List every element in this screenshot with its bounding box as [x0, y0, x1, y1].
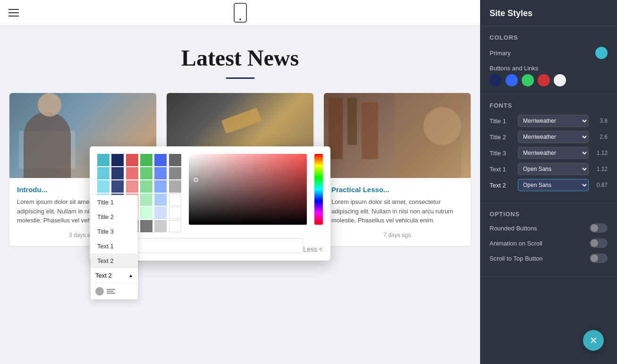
swatch-30[interactable]: [169, 207, 181, 219]
font-text2-select[interactable]: Open Sans: [518, 179, 589, 191]
btn-color-4[interactable]: [538, 74, 550, 86]
card-3-image: [324, 93, 471, 178]
font-list-active-label: Text 2: [95, 272, 112, 279]
swatch-24[interactable]: [169, 194, 181, 206]
font-list-text1[interactable]: Text 1: [91, 239, 138, 254]
gradient-box[interactable]: [189, 154, 307, 225]
spectrum-bar[interactable]: [314, 154, 323, 225]
font-title3-select[interactable]: Merriweather: [518, 147, 589, 159]
animation-scroll-label: Animation on Scroll: [490, 240, 542, 247]
font-text1-label: Text 1: [490, 166, 514, 173]
scroll-top-label: Scroll to Top Button: [490, 255, 543, 262]
btn-link-colors: [490, 74, 608, 86]
right-panel: Site Styles Colors Primary Buttons and L…: [480, 0, 617, 364]
swatch-1[interactable]: [97, 154, 110, 166]
colors-section-label: Colors: [490, 34, 608, 41]
option-rounded-buttons: Rounded Buttons: [490, 223, 608, 233]
fonts-section-label: Fonts: [490, 102, 608, 109]
swatch-23[interactable]: [154, 194, 167, 206]
align-icon[interactable]: [107, 289, 115, 294]
card-3-date: 7 days ago: [331, 232, 463, 238]
swatch-5[interactable]: [154, 154, 167, 166]
rounded-buttons-toggle[interactable]: [590, 223, 608, 233]
font-title2-select[interactable]: Merriweather: [518, 131, 589, 143]
font-title3-label: Title 3: [490, 150, 514, 157]
card-3-text: Lorem ipsum dolor sit amet, consectetur …: [331, 197, 463, 225]
btn-color-3[interactable]: [522, 74, 534, 86]
mobile-preview-icon[interactable]: [234, 3, 247, 23]
font-list-title3[interactable]: Title 3: [91, 224, 138, 239]
swatch-13[interactable]: [97, 180, 110, 193]
close-fab-button[interactable]: ✕: [583, 330, 604, 351]
top-bar: [0, 0, 480, 26]
font-text1-size: 1.12: [592, 166, 608, 172]
btn-color-1[interactable]: [490, 74, 502, 86]
option-animation-scroll: Animation on Scroll: [490, 238, 608, 248]
font-list-title2[interactable]: Title 2: [91, 210, 138, 224]
color-dot[interactable]: [95, 287, 104, 296]
swatch-8[interactable]: [111, 167, 124, 179]
buttons-links-label-row: Buttons and Links: [490, 64, 608, 72]
swatch-22[interactable]: [140, 194, 152, 206]
swatch-15[interactable]: [126, 180, 138, 193]
font-row-title1: Title 1 Merriweather 3.8: [490, 115, 608, 127]
swatch-2[interactable]: [111, 154, 124, 166]
close-icon: ✕: [590, 335, 598, 346]
font-title1-select[interactable]: Merriweather: [518, 115, 589, 127]
font-title3-size: 1.12: [592, 150, 608, 156]
font-row-title2: Title 2 Merriweather 2.6: [490, 131, 608, 143]
btn-color-5[interactable]: [554, 74, 566, 86]
font-title1-size: 3.8: [592, 118, 608, 124]
font-text1-select[interactable]: Open Sans: [518, 163, 589, 175]
gradient-picker-area: [189, 154, 323, 232]
less-button[interactable]: Less <: [303, 245, 323, 253]
toggle-knob-1: [591, 224, 598, 232]
title-underline: [226, 77, 254, 79]
primary-color-circle[interactable]: [595, 47, 608, 59]
animation-scroll-toggle[interactable]: [590, 238, 608, 248]
swatch-9[interactable]: [126, 167, 138, 179]
swatch-4[interactable]: [140, 154, 152, 166]
panel-header: Site Styles: [480, 0, 617, 26]
swatch-11[interactable]: [154, 167, 167, 179]
font-title2-size: 2.6: [592, 134, 608, 140]
swatch-34[interactable]: [140, 220, 152, 232]
font-row-text1: Text 1 Open Sans 1.12: [490, 163, 608, 175]
buttons-links-label: Buttons and Links: [490, 65, 538, 72]
font-row-text2: Text 2 Open Sans 0.87: [490, 179, 608, 191]
primary-label: Primary: [490, 50, 511, 57]
picker-cursor[interactable]: [194, 178, 198, 182]
swatch-36[interactable]: [169, 220, 181, 232]
hamburger-menu[interactable]: [8, 9, 19, 17]
swatch-7[interactable]: [97, 167, 110, 179]
font-title1-label: Title 1: [490, 118, 514, 125]
card-3: Practical Lesso... Lorem ipsum dolor sit…: [324, 93, 471, 246]
font-title2-label: Title 2: [490, 134, 514, 141]
swatch-29[interactable]: [154, 207, 167, 219]
font-list-popup: Title 1 Title 2 Title 3 Text 1 Text 2 Te…: [91, 195, 138, 299]
swatch-35[interactable]: [154, 220, 167, 232]
toggle-knob-2: [591, 239, 598, 247]
swatch-14[interactable]: [111, 180, 124, 193]
swatch-17[interactable]: [154, 180, 167, 193]
options-section: Options Rounded Buttons Animation on Scr…: [480, 203, 617, 277]
swatch-3[interactable]: [126, 154, 138, 166]
swatch-6[interactable]: [169, 154, 181, 166]
swatch-18[interactable]: [169, 180, 181, 193]
toggle-knob-3: [591, 254, 598, 262]
swatch-12[interactable]: [169, 167, 181, 179]
main-area: Latest News Introdu... Lorem ipsum dolor…: [0, 0, 480, 364]
font-row-title3: Title 3 Merriweather 1.12: [490, 147, 608, 159]
swatch-28[interactable]: [140, 207, 152, 219]
option-scroll-top: Scroll to Top Button: [490, 254, 608, 263]
swatch-10[interactable]: [140, 167, 152, 179]
chevron-up-icon: ▲: [128, 273, 133, 278]
card-3-link[interactable]: Practical Lesso...: [331, 186, 463, 194]
font-list-text2[interactable]: Text 2: [91, 254, 138, 268]
font-list-title1[interactable]: Title 1: [91, 195, 138, 210]
btn-color-2[interactable]: [506, 74, 518, 86]
rounded-buttons-label: Rounded Buttons: [490, 225, 537, 232]
scroll-top-toggle[interactable]: [590, 254, 608, 263]
font-list-text2-selected[interactable]: Text 2 ▲: [91, 268, 138, 283]
swatch-16[interactable]: [140, 180, 152, 193]
